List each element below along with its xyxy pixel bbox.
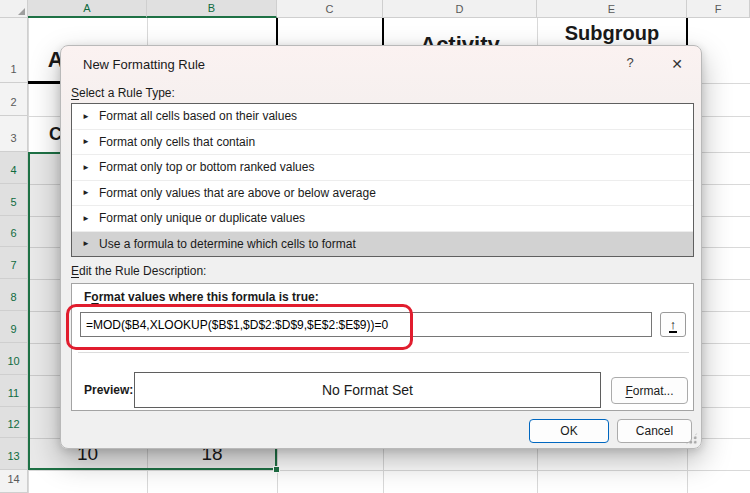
rule-type-arrow-icon: ► [82, 163, 92, 172]
gridline-horizontal [28, 470, 750, 471]
rule-type-arrow-icon: ► [82, 112, 92, 121]
column-header-E[interactable]: E [537, 0, 687, 18]
row-header-5[interactable]: 5 [0, 184, 28, 216]
format-button-text: ormat... [633, 384, 674, 398]
row-header-10[interactable]: 10 [0, 343, 28, 375]
rule-type-label: Format only top or bottom ranked values [99, 160, 314, 174]
rule-type-arrow-icon: ► [82, 137, 92, 146]
dialog-title: New Formatting Rule [83, 57, 205, 72]
row-header-14[interactable]: 14 [0, 470, 28, 493]
rule-type-item-4[interactable]: ►Format only values that are above or be… [72, 181, 693, 207]
row-header-9[interactable]: 9 [0, 311, 28, 343]
row-header-4[interactable]: 4 [0, 152, 28, 184]
collapse-dialog-icon: ↑ [669, 318, 678, 333]
rule-type-arrow-icon: ► [82, 214, 92, 223]
fill-handle[interactable] [273, 466, 280, 473]
dialog-titlebar[interactable]: New Formatting Rule ? ✕ [61, 46, 701, 78]
row-header-11[interactable]: 11 [0, 375, 28, 407]
edit-label-text: dit the Rule Description: [79, 264, 206, 278]
help-icon[interactable]: ? [619, 55, 641, 73]
row-header-1[interactable]: 1 [0, 18, 28, 83]
rule-type-label: Format only cells that contain [99, 135, 255, 149]
select-all-triangle-icon [18, 8, 25, 15]
edit-label-accel: E [71, 264, 79, 278]
row-header-12[interactable]: 12 [0, 407, 28, 438]
rule-type-label: Format only values that are above or bel… [99, 186, 376, 200]
row-header-8[interactable]: 8 [0, 279, 28, 311]
preview-box: No Format Set [134, 372, 601, 408]
formula-label: Format values where this formula is true… [84, 290, 319, 304]
row-header-6[interactable]: 6 [0, 216, 28, 247]
select-label-accel: S [71, 86, 79, 100]
row-header-7[interactable]: 7 [0, 247, 28, 279]
cancel-button[interactable]: Cancel [617, 419, 692, 443]
select-rule-type-label: Select a Rule Type: [71, 86, 175, 100]
rule-type-item-5[interactable]: ►Format only unique or duplicate values [72, 206, 693, 232]
column-header-F[interactable]: F [687, 0, 750, 18]
formula-label-accel: o [91, 290, 98, 304]
close-icon[interactable]: ✕ [663, 53, 691, 75]
row-header-2[interactable]: 2 [0, 83, 28, 116]
rule-type-item-1[interactable]: ►Format all cells based on their values [72, 104, 693, 130]
ok-button[interactable]: OK [529, 419, 609, 443]
rule-type-label: Use a formula to determine which cells t… [99, 237, 356, 251]
column-header-A[interactable]: A [28, 0, 147, 18]
rule-type-item-2[interactable]: ►Format only cells that contain [72, 130, 693, 156]
divider [78, 352, 689, 353]
rule-description-group: Format values where this formula is true… [71, 283, 694, 411]
select-all-corner[interactable] [0, 0, 28, 18]
format-button[interactable]: Format... [611, 377, 688, 404]
rule-type-list[interactable]: ►Format all cells based on their values►… [71, 103, 694, 257]
rule-type-item-6[interactable]: ►Use a formula to determine which cells … [72, 232, 693, 257]
formula-input[interactable] [80, 312, 652, 337]
row-header-3[interactable]: 3 [0, 116, 28, 152]
formula-label-text: rmat values where this formula is true: [99, 290, 319, 304]
column-header-C[interactable]: C [277, 0, 383, 18]
column-header-B[interactable]: B [147, 0, 277, 18]
format-button-accel: F [625, 384, 632, 398]
rule-type-arrow-icon: ► [82, 188, 92, 197]
select-label-text: elect a Rule Type: [79, 86, 175, 100]
collapse-dialog-button[interactable]: ↑ [660, 312, 686, 337]
excel-window: ABCDEF1234567891011121314ActivityActivit… [0, 0, 750, 493]
rule-type-arrow-icon: ► [82, 239, 92, 248]
preview-label: Preview: [84, 383, 133, 397]
rule-type-label: Format only unique or duplicate values [99, 211, 305, 225]
rule-type-item-3[interactable]: ►Format only top or bottom ranked values [72, 155, 693, 181]
preview-text: No Format Set [322, 382, 413, 398]
rule-type-label: Format all cells based on their values [99, 109, 297, 123]
new-formatting-rule-dialog: New Formatting Rule ? ✕ Select a Rule Ty… [60, 45, 702, 449]
edit-rule-description-label: Edit the Rule Description: [71, 264, 206, 278]
row-header-13[interactable]: 13 [0, 438, 28, 470]
